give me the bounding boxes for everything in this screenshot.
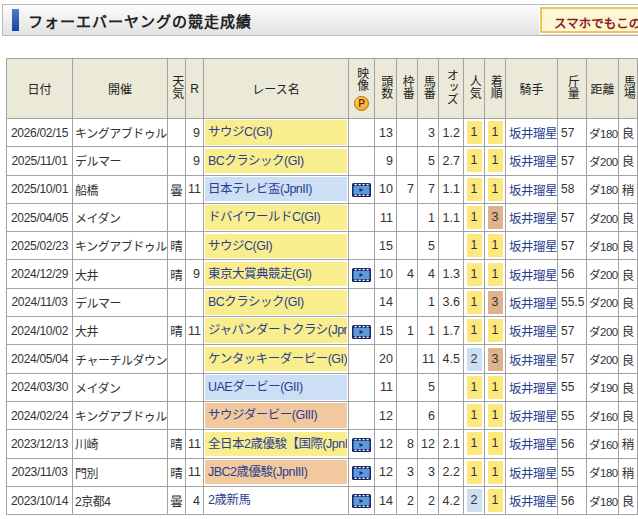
odds-cell: [439, 401, 464, 429]
race-link[interactable]: ドバイワールドC(GI): [205, 205, 347, 230]
favorite-cell: 1: [464, 317, 485, 345]
jockey-link[interactable]: 坂井瑠星: [506, 401, 558, 429]
frame-number-cell: [397, 232, 418, 260]
finish-cell: 3: [485, 345, 506, 373]
horse-number-cell: 1: [418, 203, 439, 231]
frame-number-cell: [397, 147, 418, 175]
race-link[interactable]: サウジダービー(GIII): [205, 403, 347, 428]
video-cell: [349, 345, 375, 373]
distance-cell: ダ2000: [587, 260, 619, 288]
col-header-horse-count: 頭数: [375, 59, 397, 119]
venue-cell: キングアブドゥル: [73, 119, 168, 147]
race-link[interactable]: サウジC(GI): [205, 234, 347, 259]
jockey-link[interactable]: 坂井瑠星: [506, 175, 558, 203]
venue-cell: 2京都4: [73, 486, 168, 514]
finish-cell: 3: [485, 203, 506, 231]
video-cell: [349, 232, 375, 260]
finish-badge: 1: [488, 149, 503, 172]
odds-cell: 3.6: [439, 288, 464, 316]
weather-cell: 晴: [168, 430, 186, 458]
weather-cell: [168, 147, 186, 175]
jockey-link[interactable]: 坂井瑠星: [506, 345, 558, 373]
race-number-cell: [186, 288, 204, 316]
race-name-cell: サウジC(GI): [204, 119, 349, 147]
col-header-frame-number: 枠番: [397, 59, 418, 119]
distance-cell: ダ2000: [587, 288, 619, 316]
jockey-link[interactable]: 坂井瑠星: [506, 373, 558, 401]
video-icon[interactable]: [352, 325, 371, 339]
weight-cell: 56: [558, 486, 587, 514]
race-link[interactable]: ケンタッキーダービー(GI): [205, 347, 347, 372]
race-link[interactable]: サウジC(GI): [205, 120, 347, 145]
finish-badge: 1: [488, 121, 503, 144]
frame-number-cell: [397, 373, 418, 401]
date-cell: 2025/04/05: [7, 203, 73, 231]
jockey-link[interactable]: 坂井瑠星: [506, 288, 558, 316]
race-link[interactable]: BCクラシック(GI): [205, 149, 347, 174]
video-cell: [349, 175, 375, 203]
jockey-link[interactable]: 坂井瑠星: [506, 458, 558, 486]
finish-cell: 3: [485, 288, 506, 316]
video-icon[interactable]: [352, 494, 371, 508]
video-icon[interactable]: [352, 183, 371, 197]
favorite-cell: 1: [464, 147, 485, 175]
distance-cell: ダ1600: [587, 430, 619, 458]
going-cell: 良: [619, 345, 638, 373]
race-link[interactable]: BCクラシック(GI): [205, 290, 347, 315]
race-name-cell: サウジC(GI): [204, 232, 349, 260]
finish-badge: 1: [488, 178, 503, 201]
going-cell: 良: [619, 232, 638, 260]
finish-badge: 1: [488, 461, 503, 484]
race-link[interactable]: JBC2歳優駿(JpnIII): [205, 460, 347, 485]
venue-cell: キングアブドゥル: [73, 232, 168, 260]
jockey-link[interactable]: 坂井瑠星: [506, 486, 558, 514]
race-link[interactable]: 2歳新馬: [205, 488, 347, 513]
jockey-link[interactable]: 坂井瑠星: [506, 430, 558, 458]
video-icon[interactable]: [352, 466, 371, 480]
jockey-link[interactable]: 坂井瑠星: [506, 203, 558, 231]
date-cell: 2023/12/13: [7, 430, 73, 458]
horse-number-cell: 5: [418, 232, 439, 260]
page-title: フォーエバーヤングの競走成績: [28, 10, 252, 31]
favorite-cell: 1: [464, 430, 485, 458]
video-icon[interactable]: [352, 268, 371, 282]
venue-cell: チャーチルダウン: [73, 345, 168, 373]
jockey-link[interactable]: 坂井瑠星: [506, 232, 558, 260]
distance-cell: ダ1800: [587, 119, 619, 147]
frame-number-cell: [397, 401, 418, 429]
race-link[interactable]: UAEダービー(GII): [205, 375, 347, 400]
finish-cell: 1: [485, 401, 506, 429]
favorite-cell: 1: [464, 288, 485, 316]
race-link[interactable]: 日本テレビ盃(JpnII): [205, 177, 347, 202]
horse-count-cell: 12: [375, 401, 397, 429]
race-name-cell: 全日本2歳優駿【国際(JpnI): [204, 430, 349, 458]
race-link[interactable]: 東京大賞典競走(GI): [205, 262, 347, 287]
col-header-race-name: レース名: [204, 59, 349, 119]
finish-cell: 1: [485, 317, 506, 345]
finish-badge: 1: [488, 263, 503, 286]
race-number-cell: 11: [186, 430, 204, 458]
race-name-cell: 2歳新馬: [204, 486, 349, 514]
weather-cell: 曇: [168, 486, 186, 514]
horse-number-cell: 11: [418, 345, 439, 373]
race-link[interactable]: ジャパンダートクラシ(JpnI): [205, 318, 347, 343]
jockey-link[interactable]: 坂井瑠星: [506, 119, 558, 147]
horse-number-cell: 2: [418, 486, 439, 514]
jockey-link[interactable]: 坂井瑠星: [506, 147, 558, 175]
finish-cell: 1: [485, 260, 506, 288]
weather-cell: [168, 119, 186, 147]
date-cell: 2025/10/01: [7, 175, 73, 203]
video-cell: [349, 260, 375, 288]
smartphone-promo-button[interactable]: スマホでもこの機能が使えます: [540, 7, 638, 33]
jockey-link[interactable]: 坂井瑠星: [506, 260, 558, 288]
horse-number-cell: 12: [418, 430, 439, 458]
video-cell: [349, 203, 375, 231]
col-header-race-number: R: [186, 59, 204, 119]
going-cell: 良: [619, 373, 638, 401]
jockey-link[interactable]: 坂井瑠星: [506, 317, 558, 345]
race-link[interactable]: 全日本2歳優駿【国際(JpnI): [205, 432, 347, 457]
col-header-date: 日付: [7, 59, 73, 119]
video-cell: [349, 430, 375, 458]
video-icon[interactable]: [352, 438, 371, 452]
table-header-row: 日付 開催 天気 R レース名 映像 P 頭数 枠番 馬番 オッズ 人気 着順 …: [7, 59, 638, 119]
